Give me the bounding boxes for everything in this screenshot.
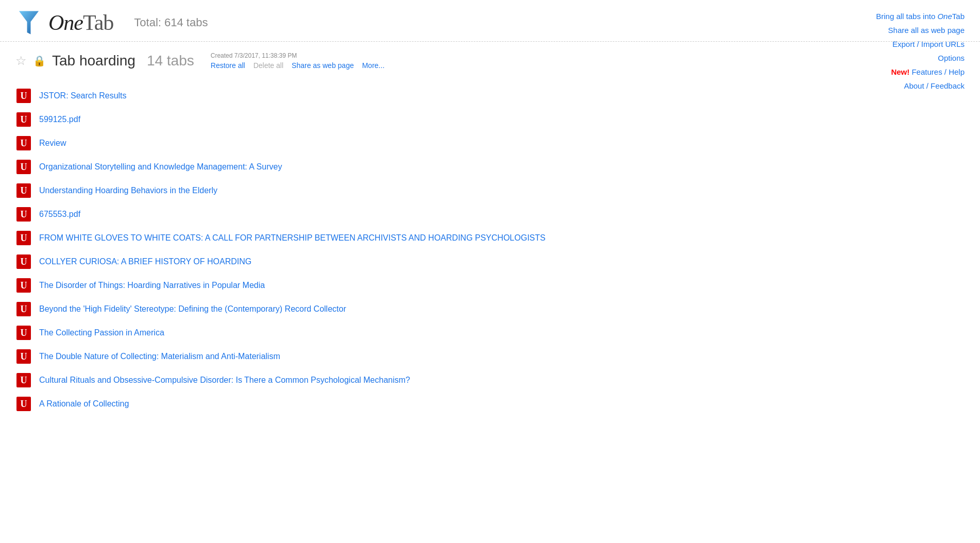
tab-link-6[interactable]: FROM WHITE GLOVES TO WHITE COATS: A CALL…: [39, 233, 546, 243]
tab-link-10[interactable]: The Collecting Passion in America: [39, 328, 164, 337]
tab-link-13[interactable]: A Rationale of Collecting: [39, 399, 129, 409]
share-all-web-page-link[interactable]: Share all as web page: [876, 23, 965, 37]
jstor-icon-8: U: [16, 278, 31, 293]
tab-item: UFROM WHITE GLOVES TO WHITE COATS: A CAL…: [15, 226, 965, 250]
tab-link-7[interactable]: COLLYER CURIOSA: A BRIEF HISTORY OF HOAR…: [39, 257, 251, 266]
star-icon[interactable]: ☆: [15, 54, 27, 68]
jstor-icon-1: U: [16, 112, 31, 127]
tab-favicon-7: U: [15, 253, 32, 270]
lock-icon[interactable]: 🔒: [33, 55, 46, 67]
tab-item: UBeyond the 'High Fidelity' Stereotype: …: [15, 297, 965, 321]
tab-favicon-1: U: [15, 111, 32, 128]
tab-item: UUnderstanding Hoarding Behaviors in the…: [15, 179, 965, 202]
tab-item: UThe Double Nature of Collecting: Materi…: [15, 345, 965, 368]
onetab-logo-icon: [15, 9, 42, 36]
tab-favicon-4: U: [15, 182, 32, 199]
tab-favicon-2: U: [15, 135, 32, 151]
group-actions: Restore all Delete all Share as web page…: [211, 61, 385, 70]
tab-favicon-0: U: [15, 88, 32, 104]
tab-item: UOrganizational Storytelling and Knowled…: [15, 155, 965, 179]
jstor-icon-5: U: [16, 207, 31, 222]
about-feedback-link[interactable]: About / Feedback: [876, 79, 965, 93]
tab-favicon-13: U: [15, 396, 32, 412]
jstor-icon-6: U: [16, 231, 31, 245]
options-link[interactable]: Options: [876, 51, 965, 65]
tab-link-11[interactable]: The Double Nature of Collecting: Materia…: [39, 352, 280, 361]
tab-item: UCOLLYER CURIOSA: A BRIEF HISTORY OF HOA…: [15, 250, 965, 274]
share-as-web-page-link[interactable]: Share as web page: [292, 61, 354, 70]
jstor-icon-9: U: [16, 302, 31, 316]
tab-favicon-6: U: [15, 230, 32, 246]
jstor-icon-3: U: [16, 160, 31, 174]
logo-text: OneTab: [48, 10, 113, 35]
tab-favicon-9: U: [15, 301, 32, 317]
tab-item: U599125.pdf: [15, 108, 965, 131]
tab-list: UJSTOR: Search ResultsU599125.pdfUReview…: [0, 84, 980, 416]
group-created-date: Created 7/3/2017, 11:38:39 PM: [211, 52, 385, 59]
new-badge: New!: [891, 67, 909, 76]
jstor-icon-11: U: [16, 349, 31, 364]
jstor-icon-12: U: [16, 373, 31, 387]
restore-all-link[interactable]: Restore all: [211, 61, 245, 70]
tab-link-0[interactable]: JSTOR: Search Results: [39, 91, 127, 100]
tab-link-3[interactable]: Organizational Storytelling and Knowledg…: [39, 162, 282, 172]
tab-link-1[interactable]: 599125.pdf: [39, 115, 80, 124]
tab-favicon-12: U: [15, 372, 32, 388]
tab-link-9[interactable]: Beyond the 'High Fidelity' Stereotype: D…: [39, 304, 346, 314]
logo-area: OneTab: [15, 9, 113, 36]
tab-item: U675553.pdf: [15, 202, 965, 226]
tab-item: UThe Collecting Passion in America: [15, 321, 965, 345]
group-header: ☆ 🔒 Tab hoarding 14 tabs Created 7/3/201…: [15, 52, 965, 70]
tab-link-8[interactable]: The Disorder of Things: Hoarding Narrati…: [39, 281, 265, 290]
tab-item: UReview: [15, 131, 965, 155]
more-link[interactable]: More...: [362, 61, 385, 70]
tab-item: UThe Disorder of Things: Hoarding Narrat…: [15, 274, 965, 297]
jstor-icon-2: U: [16, 136, 31, 150]
jstor-icon-0: U: [16, 89, 31, 103]
tab-link-4[interactable]: Understanding Hoarding Behaviors in the …: [39, 186, 217, 195]
jstor-icon-13: U: [16, 397, 31, 411]
tab-link-2[interactable]: Review: [39, 139, 66, 148]
tab-item: UCultural Rituals and Obsessive-Compulsi…: [15, 368, 965, 392]
total-tab-count: Total: 614 tabs: [134, 16, 208, 29]
features-help-link[interactable]: New! Features / Help: [876, 65, 965, 79]
group-title: Tab hoarding: [52, 53, 136, 69]
onetab-brand-italic: One: [937, 12, 952, 21]
tab-item: UA Rationale of Collecting: [15, 392, 965, 416]
tab-link-5[interactable]: 675553.pdf: [39, 210, 80, 219]
top-nav: Bring all tabs into OneTab Share all as …: [876, 9, 965, 93]
tab-group-section: ☆ 🔒 Tab hoarding 14 tabs Created 7/3/201…: [0, 42, 980, 84]
tab-favicon-11: U: [15, 348, 32, 365]
group-meta: Created 7/3/2017, 11:38:39 PM Restore al…: [211, 52, 385, 70]
group-tab-count: 14 tabs: [147, 53, 194, 69]
tab-favicon-5: U: [15, 206, 32, 223]
jstor-icon-4: U: [16, 183, 31, 198]
tab-item: UJSTOR: Search Results: [15, 84, 965, 108]
jstor-icon-10: U: [16, 326, 31, 340]
tab-favicon-8: U: [15, 277, 32, 294]
svg-marker-0: [19, 11, 39, 34]
jstor-icon-7: U: [16, 254, 31, 269]
export-import-link[interactable]: Export / Import URLs: [876, 37, 965, 51]
tab-favicon-3: U: [15, 159, 32, 175]
header: OneTab Total: 614 tabs Bring all tabs in…: [0, 0, 980, 42]
tab-link-12[interactable]: Cultural Rituals and Obsessive-Compulsiv…: [39, 376, 410, 385]
tab-favicon-10: U: [15, 325, 32, 341]
bring-all-tabs-link[interactable]: Bring all tabs into OneTab: [876, 9, 965, 23]
delete-all-link[interactable]: Delete all: [254, 61, 283, 70]
